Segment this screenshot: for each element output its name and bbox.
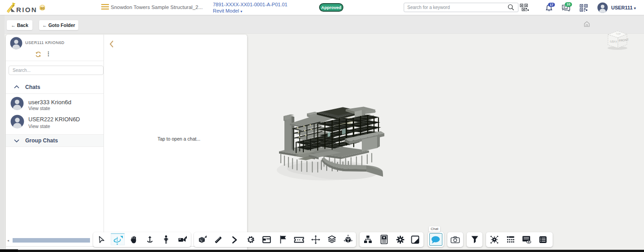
svg-text:RION: RION [16, 6, 37, 13]
svg-text:TOP: TOP [616, 32, 621, 35]
svg-text:FRONT: FRONT [618, 38, 629, 42]
svg-text:6D: 6D [41, 7, 45, 10]
